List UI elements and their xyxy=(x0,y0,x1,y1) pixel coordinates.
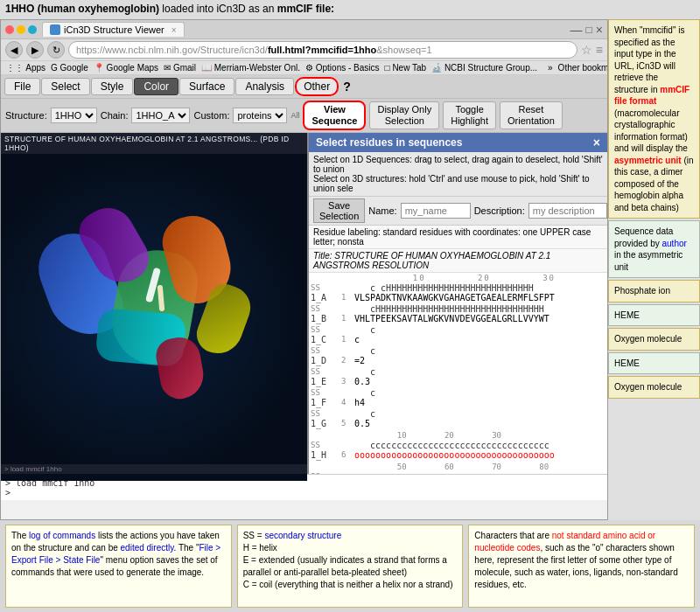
maximize-window-btn[interactable] xyxy=(28,25,37,34)
tab-close-icon[interactable]: × xyxy=(172,25,177,35)
browser-close-icon[interactable]: × xyxy=(596,23,603,37)
bookmark-star-icon[interactable]: ☆ xyxy=(581,43,592,57)
ss-data-i: ccccccccccccccccccccccccccccccccccc xyxy=(354,472,555,474)
back-btn[interactable]: ◀ xyxy=(5,41,23,59)
residue-note: Residue labeling: standard residues with… xyxy=(309,226,607,249)
seq-row-1g[interactable]: 1_G 5 0.5 xyxy=(309,419,607,428)
author-highlight: author xyxy=(662,239,686,248)
menu-analysis[interactable]: Analysis xyxy=(235,78,294,95)
chain-data-1e: 0.3 xyxy=(354,377,370,386)
ss-data-7: c xyxy=(354,409,375,419)
sequence-panel: Select residues in sequences × Select on… xyxy=(309,133,607,474)
url-end: &showseq=1 xyxy=(376,45,431,55)
structure-select[interactable]: 1HHO xyxy=(51,108,97,123)
bookmark-maps[interactable]: 📍 Google Maps xyxy=(94,63,158,73)
mmcif-highlight: mmCIF file format xyxy=(614,85,690,107)
app-content: File Select Style Color Surface Analysis… xyxy=(1,75,607,500)
browser-restore-icon[interactable]: □ xyxy=(586,24,592,36)
chain-data-1h: oooooooooooooooooooooooooooooooooooooo xyxy=(354,450,555,460)
menu-icon[interactable]: ≡ xyxy=(596,43,603,57)
reload-btn[interactable]: ↻ xyxy=(47,41,65,59)
bookmark-other[interactable]: » xyxy=(548,63,553,73)
menu-surface[interactable]: Surface xyxy=(179,78,234,95)
browser-titlebar: iCn3D Structure Viewer × — □ × xyxy=(1,20,607,39)
bookmark-other-label[interactable]: Other bookmarks xyxy=(558,63,607,73)
menu-select[interactable]: Select xyxy=(41,78,89,95)
num-label-1g: 5 xyxy=(341,419,354,428)
seq-row-ss6: SS c xyxy=(309,388,607,398)
chain-label-1h: 1_H xyxy=(311,450,341,460)
browser-window: iCn3D Structure Viewer × — □ × ◀ ▶ ↻ htt… xyxy=(0,19,608,520)
chain-label-1b: 1_B xyxy=(311,314,341,323)
display-only-btn[interactable]: Display OnlySelection xyxy=(369,101,439,129)
url-base: https://www.ncbi.nlm.nih.gov/Structure/i… xyxy=(76,45,268,55)
seq-row-1f[interactable]: 1_F 4 h4 xyxy=(309,398,607,407)
forward-btn[interactable]: ▶ xyxy=(26,41,44,59)
chain-data-1g: 0.5 xyxy=(354,419,370,428)
bookmark-newtab[interactable]: □ New Tab xyxy=(385,63,427,73)
annotation-mmcif: When "mmcifid" is specified as the input… xyxy=(608,19,700,219)
viewer-title: STRUCTURE OF HUMAN OXYHAEMOGLOBIN AT 2.1… xyxy=(1,133,307,154)
menu-color[interactable]: Color xyxy=(134,78,178,95)
num-label-1h: 6 xyxy=(341,450,354,460)
sequence-content[interactable]: 10 20 30 SS c cHHHHHHHHHHHHHHHHHHHHHHHHH… xyxy=(309,273,607,474)
menu-bar: File Select Style Color Surface Analysis… xyxy=(1,75,607,99)
browser-tab[interactable]: iCn3D Structure Viewer × xyxy=(42,22,185,37)
bookmark-apps[interactable]: ⋮⋮ Apps xyxy=(6,63,46,73)
seq-panel-title: Select residues in sequences xyxy=(316,136,462,149)
ss-data-6: c xyxy=(354,388,375,398)
bookmark-gmail[interactable]: ✉ Gmail xyxy=(164,63,196,73)
bookmark-merriam[interactable]: 📖 Merriam-Webster Onl. xyxy=(201,63,300,73)
menu-style[interactable]: Style xyxy=(91,78,134,95)
seq-row-1h[interactable]: 1_H 6 oooooooooooooooooooooooooooooooooo… xyxy=(309,450,607,460)
viewer-canvas[interactable] xyxy=(1,154,307,481)
view-sequence-btn[interactable]: ViewSequence xyxy=(303,101,366,130)
chain-data-1c: c xyxy=(354,335,360,344)
bookmark-google[interactable]: G Google xyxy=(51,63,88,73)
seq-row-1d[interactable]: 1_D 2 =2 xyxy=(309,356,607,365)
main-panels: STRUCTURE OF HUMAN OXYHAEMOGLOBIN AT 2.1… xyxy=(1,133,607,474)
custom-label: Custom: xyxy=(193,110,229,121)
ss-label-3: SS xyxy=(311,325,354,335)
close-window-btn[interactable] xyxy=(5,25,14,34)
seq-row-1e[interactable]: 1_E 3 0.3 xyxy=(309,377,607,386)
toggle-highlight-btn[interactable]: ToggleHighlight xyxy=(443,101,496,129)
menu-file[interactable]: File xyxy=(4,78,40,95)
protein-structure xyxy=(27,180,272,425)
seq-row-1a[interactable]: 1_A 1 VLSPADKTNVKAAWGKVGAHAGETGAEALERMFL… xyxy=(309,293,607,303)
chain-label-1f: 1_F xyxy=(311,398,341,407)
right-annotations: When "mmcifid" is specified as the input… xyxy=(608,19,700,399)
url-highlight: full.html?mmcifid=1hho xyxy=(268,45,376,55)
number-ruler-3: 50 60 70 80 xyxy=(309,462,607,472)
chain-select[interactable]: 1HHO_A xyxy=(131,108,190,123)
seq-row-ss3: SS c xyxy=(309,325,607,335)
selection-desc-input[interactable] xyxy=(528,203,607,219)
num-label-1c: 1 xyxy=(341,335,354,344)
export-link: File > Export File > State File xyxy=(11,543,220,565)
url-bar[interactable]: https://www.ncbi.nlm.nih.gov/Structure/i… xyxy=(68,41,578,59)
seq-row-ss4: SS c xyxy=(309,346,607,356)
ss-data: c cHHHHHHHHHHHHHHHHHHHHHHHHHHHH xyxy=(354,283,534,293)
bookmark-options[interactable]: ⚙ Options - Basics xyxy=(305,63,380,73)
seq-row-ss7: SS c xyxy=(309,409,607,419)
num-label-1f: 4 xyxy=(341,398,354,407)
not-standard-highlight: not standard amino acid or nucleotide co… xyxy=(474,531,655,553)
save-selection-btn[interactable]: Save Selection xyxy=(313,198,365,223)
seq-panel-close[interactable]: × xyxy=(593,136,600,150)
viewer-3d[interactable]: STRUCTURE OF HUMAN OXYHAEMOGLOBIN AT 2.1… xyxy=(1,133,309,474)
ss-data-5: c xyxy=(354,367,375,377)
selection-name-input[interactable] xyxy=(401,203,471,219)
menu-other[interactable]: Other xyxy=(295,77,339,96)
reset-orientation-btn[interactable]: ResetOrientation xyxy=(500,101,563,129)
seq-row-1b[interactable]: 1_B 1 VHLTPEEKSAVTALWGKVNVDEVGGEALGRLLVV… xyxy=(309,314,607,323)
minimize-window-btn[interactable] xyxy=(17,25,25,34)
log-commands-link: log of commands xyxy=(29,531,95,540)
bottom-annotations: The log of commands lists the actions yo… xyxy=(0,520,700,612)
seq-row-1c[interactable]: 1_C 1 c xyxy=(309,335,607,344)
seq-panel-header: Select residues in sequences × xyxy=(309,133,607,152)
custom-select[interactable]: proteins xyxy=(233,108,287,123)
bookmark-ncbi[interactable]: 🔬 NCBI Structure Group... xyxy=(431,63,537,73)
ss-label-7: SS xyxy=(311,409,354,419)
menu-help[interactable]: ? xyxy=(343,80,351,94)
browser-minimize-icon[interactable]: — xyxy=(570,23,583,37)
